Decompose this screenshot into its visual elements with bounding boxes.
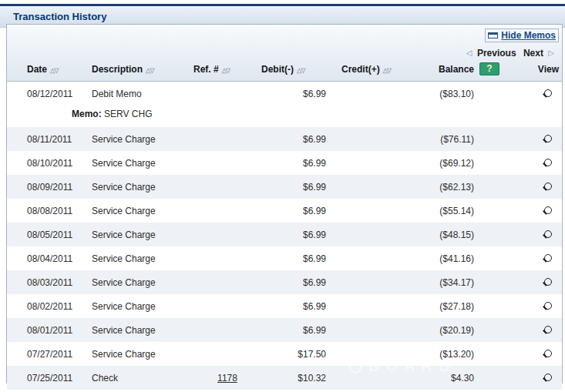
hide-memos-row: Hide Memos: [7, 27, 562, 42]
table-row: 08/01/2011Service Charge$6.99($20.19): [7, 318, 562, 342]
previous-link[interactable]: Previous: [477, 48, 516, 59]
column-header-debit[interactable]: Debit(-)△▽: [261, 64, 341, 75]
cell-date: 08/04/2011: [27, 253, 92, 264]
view-magnifier-icon[interactable]: [544, 206, 552, 214]
cell-date: 08/02/2011: [27, 301, 92, 312]
sort-arrows-icon[interactable]: △▽: [222, 67, 230, 74]
cell-description: Service Charge: [92, 134, 193, 145]
cell-debit: $10.32: [261, 373, 341, 384]
cell-balance: ($48.15): [428, 230, 474, 240]
table-row: 08/03/2011Service Charge$6.99($34.17): [7, 270, 562, 294]
cell-date: 08/11/2011: [27, 134, 92, 145]
cell-date: 08/09/2011: [27, 182, 92, 193]
table-row-main-line: 08/09/2011Service Charge$6.99($62.13): [7, 175, 562, 199]
sort-arrows-icon[interactable]: △▽: [383, 67, 391, 74]
table-row: 08/02/2011Service Charge$6.99($27.18): [7, 294, 562, 318]
table-row-main-line: 08/12/2011Debit Memo$6.99($83.10): [7, 82, 562, 106]
view-magnifier-icon[interactable]: [544, 135, 552, 142]
cell-debit: $6.99: [261, 89, 341, 99]
table-row-main-line: 08/04/2011Service Charge$6.99($41.16): [7, 246, 562, 270]
cell-date: 07/25/2011: [27, 373, 92, 384]
column-header-view: View: [500, 64, 562, 75]
table-row-main-line: 08/10/2011Service Charge$6.99($69.12): [7, 151, 562, 175]
table-body: 08/12/2011Debit Memo$6.99($83.10)Memo: S…: [7, 82, 562, 390]
sort-arrows-icon[interactable]: △▽: [50, 67, 58, 74]
cell-balance: ($27.18): [428, 301, 474, 312]
cell-description: Service Charge: [92, 253, 193, 264]
next-arrow-icon: ▷: [548, 49, 554, 57]
table-row-main-line: 08/03/2011Service Charge$6.99($34.17): [7, 270, 562, 294]
cell-balance: ($41.16): [428, 253, 474, 264]
cell-ref: 1178: [193, 373, 261, 384]
memo-icon: [488, 32, 498, 39]
cell-description: Service Charge: [92, 230, 193, 240]
cell-description: Service Charge: [92, 158, 193, 169]
cell-debit: $6.99: [261, 277, 341, 288]
cell-balance: ($55.14): [428, 206, 474, 216]
cell-view: [500, 349, 562, 360]
cell-balance: ($83.10): [428, 89, 474, 99]
cell-description: Service Charge: [92, 277, 193, 288]
balance-help-cell: ?: [474, 62, 500, 75]
previous-arrow-icon: ◁: [466, 49, 473, 57]
view-magnifier-icon[interactable]: [544, 278, 552, 286]
cell-date: 08/03/2011: [27, 277, 92, 288]
hide-memos-label: Hide Memos: [501, 30, 556, 41]
sort-arrows-icon[interactable]: △▽: [146, 67, 153, 74]
view-magnifier-icon[interactable]: [544, 350, 552, 357]
ref-number-link[interactable]: 1178: [217, 373, 237, 384]
table-row-main-line: 07/27/2011Service Charge$17.50($13.20): [7, 342, 562, 366]
cell-debit: $6.99: [261, 230, 341, 240]
cell-view: [500, 134, 562, 145]
table-row-main-line: 08/05/2011Service Charge$6.99($48.15): [7, 223, 562, 246]
cell-description: Service Charge: [92, 349, 193, 360]
help-button[interactable]: ?: [479, 62, 499, 75]
cell-view: [500, 230, 562, 240]
column-header-description[interactable]: Description△▽: [92, 64, 193, 75]
view-magnifier-icon[interactable]: [544, 230, 552, 238]
cell-view: [500, 253, 562, 264]
cell-debit: $6.99: [261, 158, 341, 169]
column-header-balance: Balance: [428, 64, 474, 75]
cell-description: Service Charge: [92, 325, 193, 336]
table-row-main-line: 08/11/2011Service Charge$6.99($76.11): [7, 127, 562, 151]
view-magnifier-icon[interactable]: [544, 159, 552, 166]
pagination: ◁ Previous Next ▷: [7, 42, 562, 59]
view-magnifier-icon[interactable]: [544, 89, 552, 97]
table-row: 07/27/2011Service Charge$17.50($13.20): [7, 342, 562, 366]
hide-memos-button[interactable]: Hide Memos: [485, 28, 559, 42]
cell-view: [500, 301, 562, 312]
next-link[interactable]: Next: [523, 48, 543, 59]
column-header-credit[interactable]: Credit(+)△▽: [341, 64, 428, 75]
table-row: 08/10/2011Service Charge$6.99($69.12): [7, 151, 562, 175]
view-magnifier-icon[interactable]: [544, 302, 552, 310]
sort-arrows-icon[interactable]: △▽: [297, 67, 304, 74]
cell-balance: ($34.17): [428, 277, 474, 288]
column-header-date[interactable]: Date△▽: [27, 64, 92, 75]
cell-view: [500, 158, 562, 169]
cell-debit: $6.99: [261, 325, 341, 336]
table-row: 08/11/2011Service Charge$6.99($76.11): [7, 127, 562, 151]
view-magnifier-icon[interactable]: [544, 374, 552, 381]
cell-debit: $6.99: [261, 206, 341, 216]
table-header-area: Hide Memos ◁ Previous Next ▷ Date△▽ Desc…: [7, 25, 562, 82]
view-magnifier-icon[interactable]: [544, 183, 552, 190]
cell-date: 08/10/2011: [27, 158, 92, 169]
cell-date: 08/05/2011: [27, 230, 92, 240]
cell-view: [500, 325, 562, 336]
table-row: 08/09/2011Service Charge$6.99($62.13): [7, 175, 562, 199]
cell-debit: $6.99: [261, 253, 341, 264]
cell-description: Service Charge: [92, 182, 193, 193]
table-row-main-line: 08/02/2011Service Charge$6.99($27.18): [7, 294, 562, 318]
table-row-main-line: 08/08/2011Service Charge$6.99($55.14): [7, 199, 562, 223]
view-magnifier-icon[interactable]: [544, 254, 552, 262]
table-row: 08/05/2011Service Charge$6.99($48.15): [7, 223, 562, 246]
table-row: 08/04/2011Service Charge$6.99($41.16): [7, 246, 562, 270]
cell-date: 08/01/2011: [27, 325, 92, 336]
cell-debit: $6.99: [261, 182, 341, 193]
cell-view: [500, 206, 562, 216]
cell-debit: $6.99: [261, 134, 341, 145]
view-magnifier-icon[interactable]: [544, 326, 552, 333]
cell-description: Service Charge: [92, 301, 193, 312]
column-header-ref[interactable]: Ref. #△▽: [193, 64, 261, 75]
